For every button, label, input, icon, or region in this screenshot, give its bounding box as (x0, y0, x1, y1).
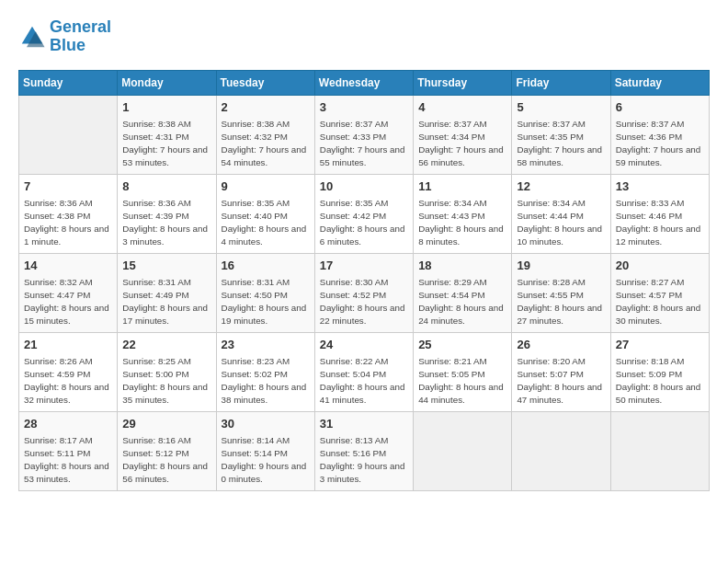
day-number: 6 (616, 99, 704, 116)
daylight-text: Daylight: 8 hours and 12 minutes. (616, 223, 704, 248)
cell-info: Sunrise: 8:14 AM Sunset: 5:14 PM Dayligh… (222, 434, 310, 487)
sunset-text: Sunset: 4:32 PM (222, 131, 310, 144)
cell-info: Sunrise: 8:26 AM Sunset: 4:59 PM Dayligh… (24, 355, 112, 408)
daylight-text: Daylight: 8 hours and 4 minutes. (222, 223, 310, 248)
calendar-cell (19, 95, 118, 174)
calendar-cell: 4 Sunrise: 8:37 AM Sunset: 4:34 PM Dayli… (414, 95, 512, 174)
column-header-monday: Monday (118, 70, 216, 95)
day-number: 25 (418, 337, 506, 353)
sunset-text: Sunset: 4:34 PM (418, 131, 506, 144)
sunrise-text: Sunrise: 8:22 AM (320, 355, 408, 368)
day-number: 4 (418, 99, 506, 116)
day-number: 22 (122, 337, 210, 353)
daylight-text: Daylight: 8 hours and 56 minutes. (122, 460, 210, 486)
sunrise-text: Sunrise: 8:36 AM (122, 197, 210, 210)
calendar-week-row: 28 Sunrise: 8:17 AM Sunset: 5:11 PM Dayl… (19, 411, 710, 490)
sunrise-text: Sunrise: 8:17 AM (24, 434, 112, 447)
calendar-cell: 22 Sunrise: 8:25 AM Sunset: 5:00 PM Dayl… (118, 332, 216, 411)
cell-info: Sunrise: 8:37 AM Sunset: 4:34 PM Dayligh… (418, 118, 506, 170)
calendar-cell: 25 Sunrise: 8:21 AM Sunset: 5:05 PM Dayl… (414, 332, 512, 411)
daylight-text: Daylight: 9 hours and 3 minutes. (320, 460, 408, 486)
calendar-table: SundayMondayTuesdayWednesdayThursdayFrid… (18, 70, 710, 491)
calendar-cell: 12 Sunrise: 8:34 AM Sunset: 4:44 PM Dayl… (512, 174, 610, 253)
sunset-text: Sunset: 4:50 PM (222, 289, 310, 302)
cell-info: Sunrise: 8:25 AM Sunset: 5:00 PM Dayligh… (122, 355, 210, 408)
sunset-text: Sunset: 4:38 PM (24, 210, 112, 223)
cell-info: Sunrise: 8:38 AM Sunset: 4:32 PM Dayligh… (222, 118, 310, 170)
sunset-text: Sunset: 4:39 PM (122, 210, 210, 223)
day-number: 19 (517, 258, 605, 274)
daylight-text: Daylight: 8 hours and 32 minutes. (24, 381, 112, 407)
sunset-text: Sunset: 4:52 PM (320, 289, 408, 302)
column-header-wednesday: Wednesday (314, 70, 413, 95)
daylight-text: Daylight: 7 hours and 56 minutes. (418, 144, 506, 169)
sunset-text: Sunset: 5:05 PM (418, 368, 506, 381)
cell-info: Sunrise: 8:31 AM Sunset: 4:50 PM Dayligh… (222, 276, 310, 328)
calendar-week-row: 7 Sunrise: 8:36 AM Sunset: 4:38 PM Dayli… (19, 174, 710, 253)
cell-info: Sunrise: 8:17 AM Sunset: 5:11 PM Dayligh… (24, 434, 112, 487)
daylight-text: Daylight: 8 hours and 38 minutes. (222, 381, 310, 407)
daylight-text: Daylight: 8 hours and 15 minutes. (24, 302, 112, 327)
calendar-cell: 2 Sunrise: 8:38 AM Sunset: 4:32 PM Dayli… (216, 95, 314, 174)
day-number: 10 (320, 178, 408, 195)
sunrise-text: Sunrise: 8:33 AM (616, 197, 704, 210)
sunrise-text: Sunrise: 8:37 AM (517, 118, 605, 131)
calendar-week-row: 21 Sunrise: 8:26 AM Sunset: 4:59 PM Dayl… (19, 332, 710, 411)
calendar-cell: 13 Sunrise: 8:33 AM Sunset: 4:46 PM Dayl… (610, 174, 709, 253)
daylight-text: Daylight: 7 hours and 55 minutes. (320, 144, 408, 169)
sunset-text: Sunset: 4:31 PM (122, 131, 210, 144)
sunset-text: Sunset: 5:16 PM (320, 447, 408, 460)
sunrise-text: Sunrise: 8:31 AM (122, 276, 210, 289)
daylight-text: Daylight: 8 hours and 1 minute. (24, 223, 112, 248)
daylight-text: Daylight: 8 hours and 22 minutes. (320, 302, 408, 327)
cell-info: Sunrise: 8:37 AM Sunset: 4:35 PM Dayligh… (517, 118, 605, 170)
calendar-cell: 14 Sunrise: 8:32 AM Sunset: 4:47 PM Dayl… (19, 253, 118, 332)
sunrise-text: Sunrise: 8:20 AM (517, 355, 605, 368)
day-number: 31 (320, 416, 408, 432)
day-number: 9 (222, 178, 310, 195)
sunset-text: Sunset: 4:44 PM (517, 210, 605, 223)
day-number: 20 (616, 258, 704, 274)
logo-icon (18, 23, 46, 51)
sunrise-text: Sunrise: 8:34 AM (517, 197, 605, 210)
calendar-cell: 9 Sunrise: 8:35 AM Sunset: 4:40 PM Dayli… (216, 174, 314, 253)
sunset-text: Sunset: 4:46 PM (616, 210, 704, 223)
logo-text: General Blue (50, 18, 111, 55)
daylight-text: Daylight: 7 hours and 58 minutes. (517, 144, 605, 169)
day-number: 12 (517, 178, 605, 195)
sunset-text: Sunset: 4:40 PM (222, 210, 310, 223)
page-header: General Blue (18, 18, 710, 55)
sunset-text: Sunset: 5:11 PM (24, 447, 112, 460)
sunrise-text: Sunrise: 8:23 AM (222, 355, 310, 368)
day-number: 14 (24, 258, 112, 274)
day-number: 26 (517, 337, 605, 353)
day-number: 29 (122, 416, 210, 432)
calendar-cell: 23 Sunrise: 8:23 AM Sunset: 5:02 PM Dayl… (216, 332, 314, 411)
sunset-text: Sunset: 4:54 PM (418, 289, 506, 302)
calendar-cell: 29 Sunrise: 8:16 AM Sunset: 5:12 PM Dayl… (118, 411, 216, 490)
day-number: 5 (517, 99, 605, 116)
cell-info: Sunrise: 8:16 AM Sunset: 5:12 PM Dayligh… (122, 434, 210, 487)
calendar-cell: 31 Sunrise: 8:13 AM Sunset: 5:16 PM Dayl… (314, 411, 413, 490)
day-number: 3 (320, 99, 408, 116)
cell-info: Sunrise: 8:33 AM Sunset: 4:46 PM Dayligh… (616, 197, 704, 249)
sunset-text: Sunset: 4:36 PM (616, 131, 704, 144)
sunrise-text: Sunrise: 8:26 AM (24, 355, 112, 368)
cell-info: Sunrise: 8:35 AM Sunset: 4:42 PM Dayligh… (320, 197, 408, 249)
sunset-text: Sunset: 5:14 PM (222, 447, 310, 460)
cell-info: Sunrise: 8:38 AM Sunset: 4:31 PM Dayligh… (122, 118, 210, 170)
sunset-text: Sunset: 5:04 PM (320, 368, 408, 381)
daylight-text: Daylight: 8 hours and 6 minutes. (320, 223, 408, 248)
day-number: 17 (320, 258, 408, 274)
daylight-text: Daylight: 8 hours and 3 minutes. (122, 223, 210, 248)
daylight-text: Daylight: 8 hours and 17 minutes. (122, 302, 210, 327)
sunset-text: Sunset: 5:02 PM (222, 368, 310, 381)
sunrise-text: Sunrise: 8:37 AM (418, 118, 506, 131)
column-header-tuesday: Tuesday (216, 70, 314, 95)
cell-info: Sunrise: 8:28 AM Sunset: 4:55 PM Dayligh… (517, 276, 605, 328)
day-number: 24 (320, 337, 408, 353)
calendar-cell: 24 Sunrise: 8:22 AM Sunset: 5:04 PM Dayl… (314, 332, 413, 411)
sunrise-text: Sunrise: 8:27 AM (616, 276, 704, 289)
cell-info: Sunrise: 8:34 AM Sunset: 4:44 PM Dayligh… (517, 197, 605, 249)
calendar-cell (610, 411, 709, 490)
